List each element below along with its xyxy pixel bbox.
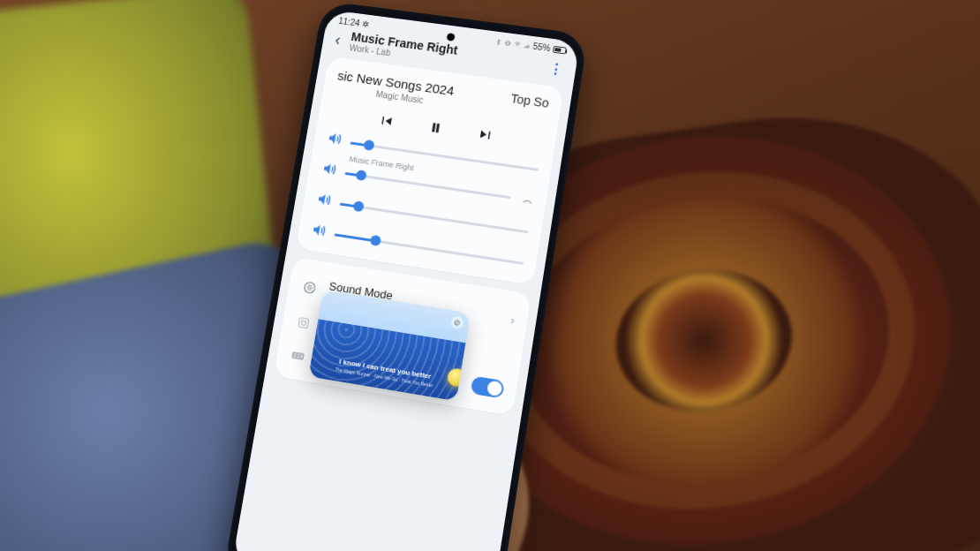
collapse-button[interactable]: ︿: [522, 192, 535, 208]
back-button[interactable]: ‹: [330, 28, 345, 50]
pause-button[interactable]: [426, 118, 446, 138]
settings-card: Sound Mode Adaptive Sound+ › SpaceFit So…: [274, 257, 531, 416]
battery-icon: [553, 45, 567, 54]
previous-button[interactable]: [376, 111, 396, 131]
volume-icon: [320, 161, 338, 182]
next-track-fragment: Top So: [504, 91, 549, 110]
voice-amp-icon: [288, 346, 308, 366]
volume-slider[interactable]: [335, 233, 524, 265]
pause-icon: [426, 119, 444, 137]
chip-close-button[interactable]: ⊘: [450, 316, 464, 330]
voice-amp-toggle[interactable]: [470, 376, 504, 399]
more-menu-button[interactable]: ⋮: [545, 59, 569, 78]
svg-rect-0: [507, 41, 509, 45]
chevron-right-icon: ›: [509, 313, 516, 328]
svg-rect-2: [298, 318, 309, 328]
bluetooth-icon: [494, 38, 502, 46]
svg-rect-3: [292, 352, 304, 359]
wifi-icon: [514, 41, 522, 49]
spacefit-icon: [293, 313, 313, 334]
volume-icon: [325, 130, 343, 150]
next-button[interactable]: [476, 125, 496, 145]
volume-slider[interactable]: [340, 202, 529, 233]
signal-icon: [523, 42, 531, 49]
sound-mode-icon: [299, 278, 320, 298]
skip-previous-icon: [377, 112, 395, 130]
skip-next-icon: [477, 126, 495, 144]
battery-text: 55%: [532, 42, 551, 53]
clock: 11:24: [338, 16, 361, 27]
vibrate-icon: [504, 39, 512, 47]
volume-icon: [309, 222, 328, 243]
volume-group: Music Frame Right ︿: [309, 130, 539, 273]
volume-slider[interactable]: [345, 172, 511, 199]
status-glyph: ✲: [361, 19, 369, 29]
now-playing-card: sic New Songs 2024 Magic Music Top So: [296, 57, 564, 285]
volume-icon: [314, 191, 333, 212]
